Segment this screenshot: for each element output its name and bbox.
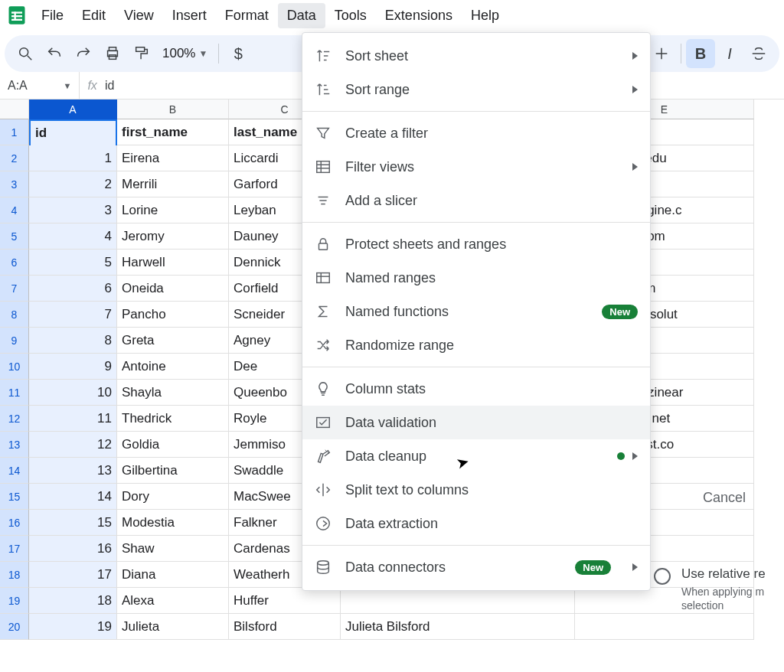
cell[interactable]: 19 [29, 614, 117, 640]
cell[interactable]: 6 [29, 276, 117, 302]
cell[interactable]: Thedrick [117, 406, 229, 432]
menu-item-randomize-range[interactable]: Randomize range [302, 328, 650, 362]
menu-item-data-validation[interactable]: Data validation [302, 406, 650, 439]
sheets-logo-icon[interactable] [2, 0, 32, 31]
row-header[interactable]: 15 [0, 484, 29, 510]
relative-ref-option[interactable]: Use relative re When applying m selectio… [654, 566, 784, 612]
radio-icon[interactable] [654, 568, 671, 585]
cell[interactable]: Merrili [117, 171, 229, 197]
row-header[interactable]: 20 [0, 614, 29, 640]
menu-item-column-stats[interactable]: Column stats [302, 372, 650, 406]
cell[interactable]: Antoine [117, 354, 229, 380]
cell[interactable]: Gilbertina [117, 458, 229, 484]
cell[interactable]: Shaw [117, 536, 229, 562]
cell[interactable] [575, 614, 754, 640]
paint-format-icon[interactable] [127, 39, 156, 68]
menu-format[interactable]: Format [216, 3, 278, 28]
cell[interactable]: Alexa [117, 588, 229, 614]
cell[interactable]: Diana [117, 562, 229, 588]
cell[interactable]: 11 [29, 406, 117, 432]
menu-item-data-cleanup[interactable]: Data cleanup [302, 439, 650, 473]
menu-item-filter-views[interactable]: Filter views [302, 150, 650, 184]
cell[interactable]: 8 [29, 328, 117, 354]
redo-icon[interactable] [69, 39, 98, 68]
menu-item-add-a-slicer[interactable]: Add a slicer [302, 184, 650, 217]
cell[interactable]: 2 [29, 171, 117, 197]
menu-insert[interactable]: Insert [163, 3, 216, 28]
menu-extensions[interactable]: Extensions [376, 3, 462, 28]
menu-item-create-a-filter[interactable]: Create a filter [302, 116, 650, 150]
strikethrough-button[interactable] [744, 39, 773, 68]
row-header[interactable]: 5 [0, 223, 29, 250]
row-header[interactable]: 19 [0, 588, 29, 614]
cell[interactable]: first_name [117, 119, 229, 145]
menu-view[interactable]: View [115, 3, 163, 28]
menu-help[interactable]: Help [462, 3, 508, 28]
row-header[interactable]: 3 [0, 171, 29, 197]
cell[interactable]: 14 [29, 484, 117, 510]
cell[interactable]: 9 [29, 354, 117, 380]
row-header[interactable]: 14 [0, 458, 29, 484]
cell[interactable]: Dory [117, 484, 229, 510]
cell[interactable]: 10 [29, 380, 117, 406]
insert-plus-icon[interactable] [647, 39, 676, 68]
cell[interactable]: 12 [29, 432, 117, 458]
search-icon[interactable] [11, 39, 40, 68]
row-header[interactable]: 8 [0, 302, 29, 328]
cell[interactable]: Pancho [117, 302, 229, 328]
row-header[interactable]: 7 [0, 276, 29, 302]
row-header[interactable]: 16 [0, 510, 29, 536]
cell[interactable]: 16 [29, 536, 117, 562]
menu-item-sort-sheet[interactable]: Sort sheet [302, 39, 650, 73]
cell[interactable]: Julieta [117, 614, 229, 640]
cell[interactable]: 15 [29, 510, 117, 536]
zoom-select[interactable]: 100% ▼ [156, 46, 214, 61]
cell[interactable]: Harwell [117, 250, 229, 276]
cell[interactable] [341, 588, 575, 614]
cell[interactable]: 17 [29, 562, 117, 588]
cell[interactable]: Bilsford [229, 614, 341, 640]
cell[interactable]: Shayla [117, 380, 229, 406]
cell[interactable]: Jeromy [117, 223, 229, 250]
bold-button[interactable]: B [686, 39, 715, 68]
cell[interactable]: 5 [29, 250, 117, 276]
row-header[interactable]: 6 [0, 250, 29, 276]
name-box[interactable]: A:A ▼ [0, 72, 80, 99]
menu-data[interactable]: Data [278, 3, 325, 28]
row-header[interactable]: 2 [0, 145, 29, 171]
row-header[interactable]: 13 [0, 432, 29, 458]
cell[interactable]: 3 [29, 197, 117, 223]
cell[interactable]: Oneida [117, 276, 229, 302]
cell[interactable]: Goldia [117, 432, 229, 458]
menu-item-data-extraction[interactable]: Data extraction [302, 507, 650, 540]
menu-edit[interactable]: Edit [73, 3, 115, 28]
menu-item-sort-range[interactable]: Sort range [302, 73, 650, 106]
cell[interactable]: Huffer [229, 588, 341, 614]
menu-item-data-connectors[interactable]: Data connectorsNew [302, 550, 650, 584]
select-all-corner[interactable] [0, 99, 29, 119]
italic-button[interactable]: I [715, 39, 744, 68]
menu-item-named-functions[interactable]: Named functionsNew [302, 295, 650, 328]
menu-item-named-ranges[interactable]: Named ranges [302, 261, 650, 295]
row-header[interactable]: 12 [0, 406, 29, 432]
cell[interactable]: Eirena [117, 145, 229, 171]
cell[interactable]: 18 [29, 588, 117, 614]
cell[interactable]: 13 [29, 458, 117, 484]
col-header-B[interactable]: B [117, 99, 229, 119]
cell[interactable]: 7 [29, 302, 117, 328]
cell[interactable]: 4 [29, 223, 117, 250]
undo-icon[interactable] [40, 39, 69, 68]
menu-file[interactable]: File [32, 3, 73, 28]
cell[interactable]: Greta [117, 328, 229, 354]
print-icon[interactable] [98, 39, 127, 68]
cell[interactable]: 1 [29, 145, 117, 171]
cancel-button[interactable]: Cancel [703, 490, 746, 506]
currency-format-button[interactable]: $ [224, 39, 253, 68]
menu-item-protect-sheets-and-ranges[interactable]: Protect sheets and ranges [302, 227, 650, 261]
menu-item-split-text-to-columns[interactable]: Split text to columns [302, 473, 650, 507]
cell[interactable]: id [29, 119, 117, 145]
menu-tools[interactable]: Tools [325, 3, 376, 28]
row-header[interactable]: 9 [0, 328, 29, 354]
row-header[interactable]: 17 [0, 536, 29, 562]
row-header[interactable]: 18 [0, 562, 29, 588]
